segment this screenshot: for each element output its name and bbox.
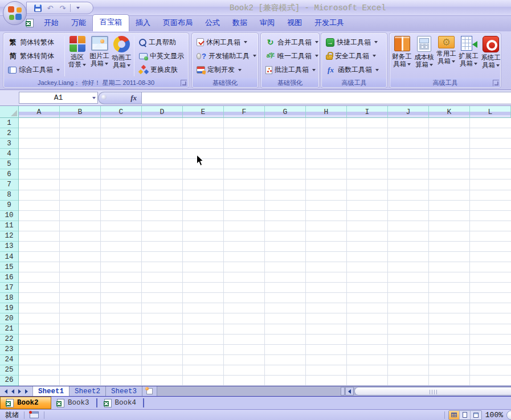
workbook-tab-book3[interactable]: Book3 <box>51 397 95 409</box>
row-header-15[interactable]: 15 <box>0 262 18 272</box>
page-break-view-button[interactable] <box>471 411 481 419</box>
tab-视图[interactable]: 视图 <box>281 15 308 31</box>
select-all-corner[interactable] <box>0 106 19 118</box>
column-header-C[interactable]: C <box>101 106 142 118</box>
button-开发辅助工具[interactable]: ?开发辅助工具 <box>195 49 258 63</box>
insert-worksheet-tab[interactable] <box>142 386 157 396</box>
button-函数工具箱[interactable]: fx函数工具箱 <box>324 63 381 77</box>
row-header-16[interactable]: 16 <box>0 272 18 283</box>
column-header-L[interactable]: L <box>470 106 511 118</box>
redo-button[interactable]: ↷ <box>58 3 68 13</box>
button-定制开发[interactable]: 定制开发 <box>195 63 258 77</box>
row-header-20[interactable]: 20 <box>0 313 18 324</box>
button-综合工具箱[interactable]: 综合工具箱 <box>6 63 62 77</box>
column-header-G[interactable]: G <box>265 106 306 118</box>
button-更换皮肤[interactable]: 更换皮肤 <box>137 63 186 77</box>
column-header-E[interactable]: E <box>183 106 224 118</box>
row-header-11[interactable]: 11 <box>0 221 18 231</box>
column-header-A[interactable]: A <box>19 106 60 118</box>
dialog-launcher-icon[interactable] <box>181 80 187 86</box>
undo-button[interactable]: ↶ <box>45 3 55 13</box>
tab-split-handle[interactable] <box>341 387 345 395</box>
insert-function-button[interactable]: fx <box>98 92 141 104</box>
row-header-25[interactable]: 25 <box>0 365 18 376</box>
button-中英文显示[interactable]: 中英文显示 <box>137 49 186 63</box>
tab-数据[interactable]: 数据 <box>226 15 254 31</box>
row-header-19[interactable]: 19 <box>0 303 18 313</box>
row-header-21[interactable]: 21 <box>0 324 18 335</box>
workbook-tab-book4[interactable]: Book4 <box>99 397 142 409</box>
first-sheet-icon[interactable] <box>5 389 7 394</box>
normal-view-button[interactable] <box>449 411 460 419</box>
button-图片工具箱[interactable]: 图片工具箱 <box>88 35 111 78</box>
dialog-launcher-icon[interactable] <box>493 80 499 86</box>
button-快捷工具箱[interactable]: →快捷工具箱 <box>324 35 381 49</box>
column-header-D[interactable]: D <box>142 106 183 118</box>
row-header-7[interactable]: 7 <box>0 180 18 190</box>
row-header-12[interactable]: 12 <box>0 231 18 242</box>
row-header-2[interactable]: 2 <box>0 128 18 138</box>
tab-百宝箱[interactable]: 百宝箱 <box>92 14 129 31</box>
column-header-H[interactable]: H <box>306 106 347 118</box>
row-header-3[interactable]: 3 <box>0 138 18 149</box>
column-header-I[interactable]: I <box>347 106 388 118</box>
button-批注工具箱[interactable]: 批注工具箱 <box>264 63 320 77</box>
button-动画工具箱[interactable]: 动画工具箱 <box>111 35 133 78</box>
row-header-13[interactable]: 13 <box>0 242 18 252</box>
button-休闲工具箱[interactable]: 休闲工具箱 <box>195 35 258 49</box>
button-选区背景[interactable]: 选区背景 <box>66 35 88 78</box>
tab-万能[interactable]: 万能 <box>65 15 92 31</box>
button-安全工具箱[interactable]: 安全工具箱 <box>324 49 381 63</box>
row-header-26[interactable]: 26 <box>0 376 18 386</box>
button-合并工具箱[interactable]: ↻合并工具箱 <box>264 35 320 49</box>
button-简体转繁体[interactable]: 繁简体转繁体 <box>6 35 62 49</box>
next-sheet-icon[interactable] <box>18 389 21 394</box>
workbook-tab-book2[interactable]: Book2 <box>0 397 51 409</box>
last-sheet-icon[interactable] <box>25 389 28 394</box>
row-header-4[interactable]: 4 <box>0 149 18 159</box>
column-header-B[interactable]: B <box>60 106 101 118</box>
row-header-23[interactable]: 23 <box>0 345 18 355</box>
prev-sheet-icon[interactable] <box>11 389 14 394</box>
tab-开发工具[interactable]: 开发工具 <box>308 15 350 31</box>
hscroll-left-button[interactable] <box>345 387 354 395</box>
column-header-J[interactable]: J <box>388 106 429 118</box>
row-header-10[interactable]: 10 <box>0 211 18 221</box>
row-header-8[interactable]: 8 <box>0 190 18 201</box>
tab-插入[interactable]: 插入 <box>129 15 157 31</box>
button-扩展工具箱[interactable]: 扩展工具箱 <box>457 35 480 78</box>
worksheet-grid[interactable] <box>19 118 511 386</box>
button-繁体转简体[interactable]: 简繁体转简体 <box>6 49 62 63</box>
button-唯一工具箱[interactable]: a字唯一工具箱 <box>264 49 320 63</box>
horizontal-scrollbar[interactable] <box>354 387 511 395</box>
row-header-14[interactable]: 14 <box>0 252 18 262</box>
tab-页面布局[interactable]: 页面布局 <box>157 15 199 31</box>
button-常用工具箱[interactable]: ⚙常用工具箱 <box>435 35 457 78</box>
row-header-6[interactable]: 6 <box>0 169 18 180</box>
row-header-17[interactable]: 17 <box>0 283 18 293</box>
tab-公式[interactable]: 公式 <box>199 15 226 31</box>
row-header-24[interactable]: 24 <box>0 355 18 365</box>
macro-record-button[interactable] <box>30 411 39 418</box>
button-财务工具箱[interactable]: 财务工具箱 <box>391 35 413 78</box>
sheet-tab-sheet2[interactable]: Sheet2 <box>70 386 106 396</box>
row-header-22[interactable]: 22 <box>0 335 18 345</box>
formula-input[interactable] <box>141 92 511 104</box>
button-工具帮助[interactable]: 工具帮助 <box>137 35 186 49</box>
column-header-K[interactable]: K <box>429 106 470 118</box>
button-系统工具箱[interactable]: 系统工具箱 <box>480 35 502 78</box>
sheet-tab-sheet3[interactable]: Sheet3 <box>106 386 142 396</box>
office-button[interactable] <box>3 1 27 25</box>
tab-审阅[interactable]: 审阅 <box>254 15 281 31</box>
name-box[interactable]: A1 <box>19 92 98 104</box>
row-header-1[interactable]: 1 <box>0 118 18 128</box>
sheet-tab-sheet1[interactable]: Sheet1 <box>33 386 70 396</box>
row-header-5[interactable]: 5 <box>0 159 18 169</box>
page-layout-view-button[interactable] <box>460 411 471 419</box>
zoom-out-button[interactable] <box>506 410 511 420</box>
tab-开始[interactable]: 开始 <box>38 15 65 31</box>
customize-qat-button[interactable] <box>73 3 83 13</box>
save-button[interactable] <box>32 3 43 13</box>
row-header-9[interactable]: 9 <box>0 201 18 211</box>
name-box-dropdown-icon[interactable] <box>92 97 96 99</box>
